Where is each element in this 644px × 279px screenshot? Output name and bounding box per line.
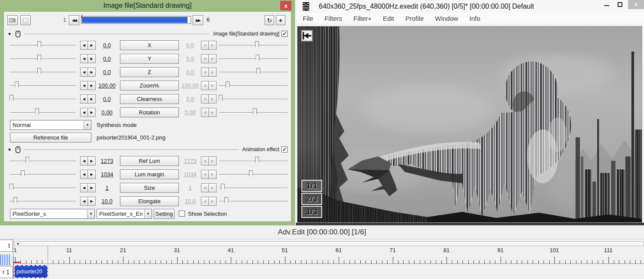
param-stepper-left[interactable]: ◀▶ — [80, 156, 96, 165]
step-right-icon[interactable]: ▶ — [209, 183, 217, 192]
timeline-ruler[interactable]: 1112131415161718191101111 — [13, 246, 644, 264]
filter-enabled-checkbox[interactable]: ✓ — [282, 31, 288, 37]
slider-thumb[interactable] — [253, 108, 257, 117]
slider-thumb[interactable] — [224, 197, 228, 205]
param-slider-left[interactable] — [10, 156, 76, 166]
close-icon[interactable]: X — [628, 0, 644, 9]
step-right-icon[interactable]: ▶ — [88, 68, 96, 77]
step-right-icon[interactable]: ▶ — [209, 197, 217, 206]
param-stepper-left[interactable]: ◀▶ — [80, 81, 96, 90]
slider-thumb[interactable] — [221, 184, 225, 192]
step-right-icon[interactable]: ▶ — [209, 41, 217, 50]
param-stepper-left[interactable]: ◀▶ — [80, 108, 96, 117]
anim-enabled-checkbox[interactable]: ✓ — [282, 146, 288, 152]
param-stepper-right[interactable]: ◀▶ — [201, 81, 217, 90]
param-stepper-right[interactable]: ◀▶ — [201, 94, 217, 104]
timeline-corner-button[interactable]: t — [0, 240, 13, 252]
synthesis-mode-select[interactable]: Normal ▼ — [10, 120, 91, 130]
step-left-icon[interactable]: ◀ — [80, 197, 88, 206]
menu-filters[interactable]: Filters — [324, 15, 342, 22]
step-right-icon[interactable]: ▶ — [88, 81, 96, 90]
param-slider-right[interactable] — [219, 68, 288, 77]
slider-thumb[interactable] — [35, 108, 39, 117]
step-right-icon[interactable]: ▶ — [88, 156, 96, 165]
param-name-button[interactable]: Size — [120, 183, 179, 193]
step-right-icon[interactable]: ▶ — [209, 108, 217, 117]
reference-file-button[interactable]: Reference file — [10, 133, 91, 143]
menu-profile[interactable]: Profile — [405, 15, 424, 22]
step-left-icon[interactable]: ◀ — [80, 156, 88, 165]
video-preview[interactable]: 1/1 2/3 1/3 — [297, 26, 642, 223]
param-name-button[interactable]: Zoom% — [120, 81, 179, 91]
collapse-icon[interactable]: ▼ — [7, 147, 15, 152]
param-value-right[interactable]: 0.0 — [180, 42, 201, 49]
param-slider-left[interactable] — [10, 81, 76, 91]
param-stepper-right[interactable]: ◀▶ — [201, 197, 217, 206]
param-value-right[interactable]: 10.0 — [180, 198, 201, 204]
step-right-icon[interactable]: ▶ — [209, 68, 217, 77]
param-value-left[interactable]: 0.0 — [97, 42, 117, 49]
step-right-icon[interactable]: ▶ — [209, 156, 217, 165]
step-left-icon[interactable]: ◀ — [201, 54, 209, 63]
collapse-icon[interactable]: ▼ — [7, 32, 15, 36]
param-stepper-right[interactable]: ◀▶ — [201, 68, 217, 77]
param-value-left[interactable]: 1 — [97, 185, 117, 191]
param-value-right[interactable]: 0.00 — [180, 109, 201, 116]
step-left-icon[interactable]: ◀ — [80, 54, 88, 63]
advedit-title-bar[interactable]: Adv.Edit [00:00:00.00] [1/6] — [0, 225, 644, 239]
step-right-icon[interactable]: ▶ — [209, 94, 217, 104]
param-value-left[interactable]: 0.0 — [97, 55, 117, 62]
main-title-bar[interactable]: 640x360_25fps_48000Hz.exedit (640,360) [… — [296, 0, 644, 13]
param-value-left[interactable]: 1273 — [97, 158, 117, 164]
step-left-icon[interactable]: ◀ — [201, 156, 209, 165]
param-slider-left[interactable] — [10, 94, 76, 104]
param-slider-right[interactable] — [219, 170, 288, 179]
step-left-icon[interactable]: ◀ — [80, 81, 88, 90]
slider-thumb[interactable] — [13, 197, 17, 205]
step-left-icon[interactable]: ◀ — [201, 94, 209, 104]
param-slider-left[interactable] — [10, 108, 76, 117]
param-slider-left[interactable] — [10, 197, 76, 206]
step-left-icon[interactable]: ◀ — [201, 81, 209, 90]
add-filter-button[interactable]: + — [276, 15, 285, 25]
step-right-icon[interactable]: ▶ — [88, 54, 96, 63]
param-stepper-left[interactable]: ◀▶ — [80, 54, 96, 63]
slider-thumb[interactable] — [15, 81, 19, 90]
param-stepper-left[interactable]: ◀▶ — [80, 68, 96, 77]
param-stepper-left[interactable]: ◀▶ — [80, 183, 96, 192]
next-frame-button[interactable]: ▶▶ — [193, 15, 203, 25]
minimize-icon[interactable] — [600, 0, 613, 6]
param-value-left[interactable]: 10.0 — [97, 198, 117, 204]
step-right-icon[interactable]: ▶ — [88, 108, 96, 117]
slider-thumb[interactable] — [226, 81, 230, 90]
slider-thumb[interactable] — [255, 41, 259, 49]
step-left-icon[interactable]: ◀ — [80, 68, 88, 77]
param-name-button[interactable]: Elongate — [120, 196, 179, 206]
menu-window[interactable]: Window — [435, 15, 458, 22]
step-right-icon[interactable]: ▶ — [88, 183, 96, 192]
slider-thumb[interactable] — [255, 157, 259, 165]
param-name-button[interactable]: X — [120, 40, 179, 50]
param-stepper-right[interactable]: ◀▶ — [201, 54, 217, 63]
param-value-right[interactable]: 1273 — [180, 158, 201, 164]
frame-trackbar[interactable] — [81, 16, 191, 24]
step-left-icon[interactable]: ◀ — [80, 183, 88, 192]
menu-filter-plus[interactable]: Filter+ — [353, 15, 372, 22]
param-name-button[interactable]: Rotation — [120, 107, 179, 117]
param-value-right[interactable]: 0.0 — [180, 55, 201, 62]
timeline-scrollbar[interactable]: ◄ — [14, 241, 644, 246]
step-right-icon[interactable]: ▶ — [88, 94, 96, 104]
param-stepper-left[interactable]: ◀▶ — [80, 94, 96, 104]
step-left-icon[interactable]: ◀ — [80, 94, 88, 104]
param-slider-left[interactable] — [10, 170, 76, 179]
step-left-icon[interactable]: ◀ — [201, 197, 209, 206]
param-stepper-right[interactable]: ◀▶ — [201, 108, 217, 117]
slider-thumb[interactable] — [37, 41, 41, 49]
param-slider-right[interactable] — [219, 183, 288, 193]
step-right-icon[interactable]: ▶ — [209, 54, 217, 63]
param-stepper-right[interactable]: ◀▶ — [201, 41, 217, 50]
step-left-icon[interactable]: ◀ — [80, 41, 88, 50]
show-selection-checkbox[interactable] — [179, 211, 185, 217]
param-stepper-right[interactable]: ◀▶ — [201, 170, 217, 179]
param-value-right[interactable]: 100.00 — [180, 82, 201, 89]
